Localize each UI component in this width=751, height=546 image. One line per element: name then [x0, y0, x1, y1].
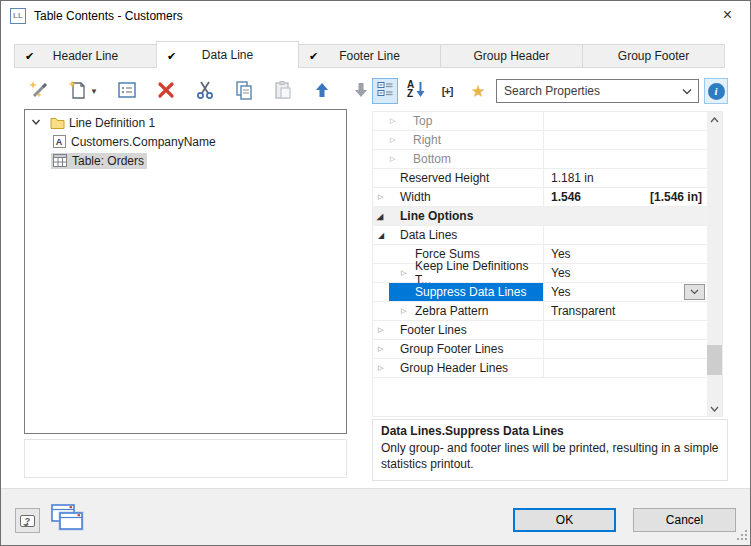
copy-button[interactable] [231, 78, 257, 104]
expander-icon[interactable] [390, 136, 395, 144]
tab-group-footer[interactable]: Group Footer [582, 44, 725, 68]
properties-toolbar: A Z [+] ★ i [372, 77, 728, 105]
star-icon: ★ [470, 81, 485, 102]
append-line-definition-button[interactable]: ▼ [65, 78, 101, 104]
expander-icon[interactable] [378, 364, 383, 372]
move-up-button[interactable] [309, 78, 335, 104]
property-value[interactable] [543, 131, 707, 149]
expand-all-button[interactable]: [+] [434, 78, 460, 104]
property-row-bottom[interactable]: Bottom [373, 150, 707, 169]
wizard-button[interactable] [26, 78, 52, 104]
cut-button[interactable] [192, 78, 218, 104]
property-value[interactable] [543, 359, 707, 377]
property-name: Data Lines [373, 228, 457, 242]
property-name: Zebra Pattern [373, 304, 488, 318]
expander-icon[interactable] [378, 345, 383, 353]
property-value[interactable]: 1.546 [1.546 in] [543, 188, 707, 206]
scrollbar-thumb[interactable] [707, 345, 722, 375]
property-row-reserved-height[interactable]: Reserved Height 1.181 in [373, 169, 707, 188]
property-row-zebra-pattern[interactable]: Zebra Pattern Transparent [373, 302, 707, 321]
tab-header-line[interactable]: ✔ Header Line [14, 44, 157, 68]
property-value[interactable]: Yes [543, 283, 707, 301]
scroll-down-button[interactable] [707, 401, 722, 416]
line-definition-tree[interactable]: Line Definition 1 A Customers.CompanyNam… [24, 109, 347, 434]
property-row-width[interactable]: Width 1.546 [1.546 in] [373, 188, 707, 207]
property-name: Top [373, 114, 432, 128]
property-name: Suppress Data Lines [373, 285, 526, 299]
folder-icon [49, 116, 65, 129]
property-value[interactable]: Transparent [543, 302, 707, 320]
paste-icon [272, 79, 294, 104]
copy-icon [233, 79, 255, 104]
property-name: Reserved Height [373, 171, 489, 185]
ok-button[interactable]: OK [513, 508, 616, 532]
title-bar[interactable]: LL Table Contents - Customers × [1, 1, 750, 31]
vertical-scrollbar[interactable] [707, 112, 722, 416]
tree-item-company-name[interactable]: A Customers.CompanyName [25, 132, 346, 151]
expander-icon[interactable] [378, 231, 384, 240]
copy-windows-icon[interactable] [49, 503, 87, 536]
tree-expander-icon[interactable] [31, 116, 41, 130]
text-field-icon: A [53, 135, 66, 148]
value-dropdown-button[interactable] [684, 284, 705, 300]
property-row-right[interactable]: Right [373, 131, 707, 150]
help-button[interactable]: ? [15, 508, 40, 533]
help-icon: ? [20, 515, 35, 527]
property-value[interactable] [543, 112, 707, 130]
property-row-data-lines[interactable]: Data Lines [373, 226, 707, 245]
tree-item-label: Table: Orders [72, 154, 144, 168]
property-row-group-footer-lines[interactable]: Group Footer Lines [373, 340, 707, 359]
tree-toolbar: ▼ [26, 77, 374, 105]
expander-icon[interactable] [377, 212, 383, 221]
arrow-down-icon [352, 81, 370, 102]
property-grid[interactable]: Top Right Bottom Reserved Height 1.181 i… [372, 111, 723, 417]
property-row-suppress-data-lines[interactable]: Suppress Data Lines Yes [373, 283, 707, 302]
info-button[interactable]: i [704, 78, 728, 104]
move-down-button[interactable] [348, 78, 374, 104]
resize-grip[interactable] [737, 529, 747, 543]
sort-alphabetical-button[interactable]: A Z [403, 78, 429, 104]
chevron-down-icon[interactable] [676, 86, 698, 97]
expander-icon[interactable] [378, 193, 383, 201]
property-name: Group Footer Lines [373, 342, 503, 356]
tree-item-table-orders[interactable]: Table: Orders [25, 151, 346, 170]
close-button[interactable]: × [705, 1, 750, 31]
search-properties-combo[interactable] [496, 79, 699, 103]
search-input[interactable] [497, 84, 676, 98]
edit-line-button[interactable] [114, 78, 140, 104]
tab-footer-line[interactable]: ✔ Footer Line [298, 44, 441, 68]
expander-icon[interactable] [390, 155, 395, 163]
tree-item-line-definition[interactable]: Line Definition 1 [25, 113, 346, 132]
property-value[interactable] [543, 226, 707, 244]
cancel-button[interactable]: Cancel [633, 508, 736, 532]
expander-icon[interactable] [378, 326, 383, 334]
property-row-footer-lines[interactable]: Footer Lines [373, 321, 707, 340]
value-number: 1.546 [551, 190, 581, 204]
categorized-view-button[interactable] [372, 78, 398, 104]
app-logo-icon: LL [10, 8, 26, 24]
favorites-button[interactable]: ★ [465, 78, 491, 104]
paste-button[interactable] [270, 78, 296, 104]
property-value[interactable]: Yes [543, 264, 707, 282]
property-value[interactable] [543, 321, 707, 339]
property-description-panel: Data Lines.Suppress Data Lines Only grou… [372, 419, 728, 481]
scroll-up-button[interactable] [707, 112, 722, 127]
expander-icon[interactable] [401, 269, 406, 277]
tab-strip: ✔ Header Line ✔ Data Line ✔ Footer Line … [14, 41, 728, 68]
tab-group-header[interactable]: Group Header [440, 44, 583, 68]
delete-button[interactable] [153, 78, 179, 104]
property-name: Group Header Lines [373, 361, 508, 375]
property-value[interactable]: 1.181 in [543, 169, 707, 187]
property-row-top[interactable]: Top [373, 112, 707, 131]
expander-icon[interactable] [401, 307, 406, 315]
check-icon: ✔ [167, 50, 176, 63]
property-value[interactable] [543, 150, 707, 168]
tab-data-line[interactable]: ✔ Data Line [156, 41, 299, 68]
property-row-keep-line-definitions[interactable]: Keep Line Definitions T... Yes [373, 264, 707, 283]
category-row-line-options[interactable]: Line Options [373, 207, 707, 226]
description-text: Only group- and footer lines will be pri… [381, 440, 719, 472]
property-row-group-header-lines[interactable]: Group Header Lines [373, 359, 707, 378]
property-value[interactable]: Yes [543, 245, 707, 263]
expander-icon[interactable] [390, 117, 395, 125]
property-value[interactable] [543, 340, 707, 358]
